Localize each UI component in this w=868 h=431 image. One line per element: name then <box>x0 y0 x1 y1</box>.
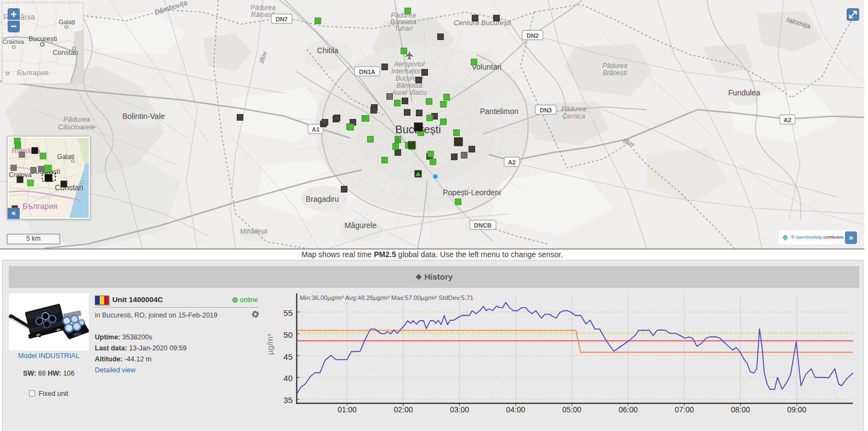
svg-text:Căscioarele: Căscioarele <box>58 123 96 131</box>
svg-text:Centura București: Centura București <box>454 19 511 27</box>
svg-text:Craiova: Craiova <box>2 38 24 45</box>
svg-text:Pădurea: Pădurea <box>250 4 276 12</box>
svg-text:05:00: 05:00 <box>562 405 581 414</box>
svg-text:Min:36.00µg/m³ Avg:48.26µg/m³: Min:36.00µg/m³ Avg:48.26µg/m³ Max:57.00µ… <box>300 294 473 301</box>
svg-text:DNCB: DNCB <box>474 222 492 229</box>
svg-text:Brănești: Brănești <box>603 69 627 77</box>
svg-text:Aeroportul: Aeroportul <box>393 60 425 68</box>
svg-text:45: 45 <box>283 352 293 361</box>
svg-text:Galați: Galați <box>59 19 75 25</box>
svg-text:A2: A2 <box>508 159 516 166</box>
svg-text:Constan: Constan <box>55 183 83 192</box>
svg-text:06:00: 06:00 <box>619 405 638 414</box>
svg-text:µg/m³: µg/m³ <box>265 334 275 355</box>
svg-text:Măgurele: Măgurele <box>345 221 377 230</box>
svg-text:България: България <box>17 69 48 77</box>
svg-text:50: 50 <box>283 330 293 339</box>
svg-text:България: България <box>22 202 58 211</box>
svg-text:40: 40 <box>283 373 293 383</box>
svg-text:DN2: DN2 <box>527 32 539 39</box>
svg-text:Fundulea: Fundulea <box>728 88 761 97</box>
svg-text:08:00: 08:00 <box>731 405 750 414</box>
svg-text:Bragadiru: Bragadiru <box>306 195 339 203</box>
svg-text:07:00: 07:00 <box>675 405 694 414</box>
svg-text:Tunari: Tunari <box>394 25 412 32</box>
svg-text:Pădurea: Pădurea <box>561 105 586 113</box>
svg-text:DN3: DN3 <box>540 107 552 114</box>
svg-text:Cernica: Cernica <box>562 112 585 120</box>
svg-text:Chitila: Chitila <box>317 46 339 55</box>
svg-text:DN7: DN7 <box>276 16 288 22</box>
svg-text:București: București <box>28 35 57 43</box>
svg-text:02:00: 02:00 <box>393 405 413 414</box>
svg-text:03:00: 03:00 <box>450 405 469 414</box>
svg-text:Pădurea: Pădurea <box>602 62 627 70</box>
svg-text:Popești-Leordeni: Popești-Leordeni <box>443 188 501 197</box>
svg-text:Pădurea: Pădurea <box>63 115 90 123</box>
svg-text:DN1A: DN1A <box>359 69 375 75</box>
svg-text:Aurel Vlaicu: Aurel Vlaicu <box>391 89 427 97</box>
svg-text:01:00: 01:00 <box>338 405 357 414</box>
svg-text:Pantelimon: Pantelimon <box>480 107 518 116</box>
svg-text:Mihăilești: Mihăilești <box>240 228 267 235</box>
svg-text:35: 35 <box>283 395 293 405</box>
svg-text:Bolintin-Vale: Bolintin-Vale <box>122 112 165 121</box>
svg-text:A2: A2 <box>784 117 791 123</box>
svg-text:09:00: 09:00 <box>787 405 806 414</box>
svg-text:55: 55 <box>283 308 293 317</box>
svg-text:A1: A1 <box>312 126 319 133</box>
svg-text:Galați: Galați <box>57 153 74 161</box>
svg-text:04:00: 04:00 <box>506 405 526 414</box>
